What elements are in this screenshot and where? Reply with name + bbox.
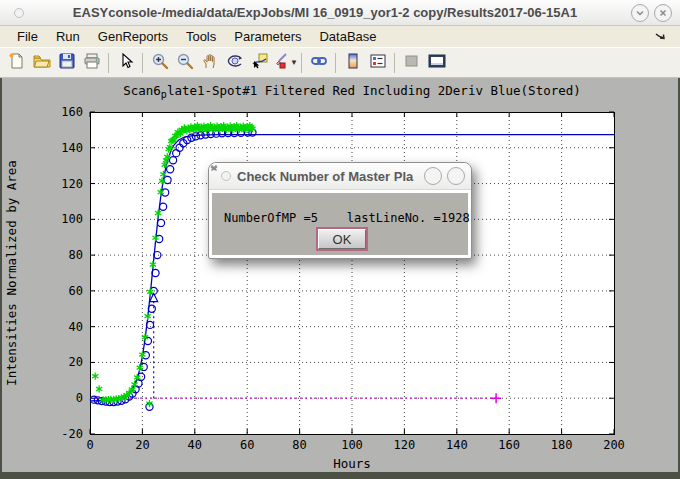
data-cursor-button[interactable] [247,50,272,75]
y-tick-label: 60 [69,284,83,298]
figure-area: 020406080100120140160180200-200204060801… [0,78,680,472]
x-tick-label: 20 [135,438,149,452]
data-cursor-icon [251,52,269,74]
x-tick-label: 200 [603,438,625,452]
y-tick-label: 120 [61,177,83,191]
menu-parameters[interactable]: Parameters [225,27,310,46]
dock-figure-button[interactable] [424,50,449,75]
minimize-button[interactable] [631,4,649,22]
edit-plot-button[interactable] [113,50,138,75]
new-figure-icon [8,52,26,74]
menu-run[interactable]: Run [47,27,89,46]
pan-hand-icon [201,52,219,74]
open-file-button[interactable] [29,50,54,75]
toolbar-separator [394,53,395,73]
legend-icon [369,52,387,74]
pan-button[interactable] [197,50,222,75]
y-tick-label: 160 [61,105,83,119]
colorbar-icon [344,52,362,74]
x-tick-label: 40 [188,438,202,452]
plot-canvas[interactable]: 020406080100120140160180200-200204060801… [2,78,678,472]
x-tick-label: 140 [446,438,468,452]
hide-plot-tools-icon [403,52,421,74]
close-icon [658,8,668,18]
x-tick-label: 100 [341,438,363,452]
zoom-out-icon [176,52,194,74]
check-master-plates-dialog: Check Number of Master Pla NumberOfMP =5… [208,162,472,259]
dialog-title: Check Number of Master Pla [237,169,419,184]
lastlineno-value: lastLineNo. =1928 [347,211,470,225]
save-icon [58,52,76,74]
y-tick-label: 140 [61,141,83,155]
y-tick-label: 100 [61,212,83,226]
zoom-in-icon [151,52,169,74]
print-button[interactable] [79,50,104,75]
ok-button[interactable]: OK [316,227,368,251]
new-figure-button[interactable] [4,50,29,75]
x-tick-label: 80 [292,438,306,452]
insert-legend-button[interactable] [365,50,390,75]
y-axis-label: Intensities Normalized by Area [4,160,19,386]
y-tick-label: 40 [69,320,83,334]
toolbar-separator [142,53,143,73]
insert-colorbar-button[interactable] [340,50,365,75]
zoom-out-button[interactable] [172,50,197,75]
dialog-titlebar[interactable]: Check Number of Master Pla [209,163,471,190]
open-file-icon [33,52,51,74]
close-button[interactable] [654,4,672,22]
window-title: EASYconsole-/media/data/ExpJobs/MI 16_09… [24,5,626,20]
edit-pointer-icon [117,52,135,74]
x-tick-label: 180 [551,438,573,452]
chevron-down-icon [635,8,645,18]
ok-button-label: OK [318,229,366,249]
zoom-in-button[interactable] [147,50,172,75]
y-tick-label: 80 [69,248,83,262]
dialog-minimize-button[interactable] [424,167,442,185]
app-window: EASYconsole-/media/data/ExpJobs/MI 16_09… [0,0,680,479]
figure-toolbar: ▼ [0,47,680,78]
dialog-menu-icon[interactable] [221,171,231,181]
y-tick-label: 0 [76,391,83,405]
link-plots-icon [310,52,328,74]
rotate-3d-icon [226,52,244,74]
window-titlebar[interactable]: EASYconsole-/media/data/ExpJobs/MI 16_09… [0,0,680,26]
toolbar-separator [301,53,302,73]
chart-title: Scan6plate1-Spot#1 Filtered Red Includin… [123,83,581,100]
x-axis-label: Hours [333,456,371,471]
x-tick-label: 160 [498,438,520,452]
window-resize-edge[interactable] [0,472,680,479]
numberofmp-value: NumberOfMP =5 [224,211,318,225]
dialog-close-button[interactable] [447,167,465,185]
link-plots-button[interactable] [306,50,331,75]
y-tick-label: 20 [69,355,83,369]
menu-file[interactable]: File [8,27,47,46]
x-tick-label: 0 [86,438,93,452]
brush-dropdown-caret[interactable]: ▼ [290,58,298,67]
menu-database[interactable]: DataBase [310,27,385,46]
toolbar-separator [335,53,336,73]
save-button[interactable] [54,50,79,75]
dialog-body: NumberOfMP =5 lastLineNo. =1928 OK [212,193,468,255]
y-tick-label: -20 [61,427,83,441]
x-tick-label: 60 [240,438,254,452]
brush-data-button[interactable]: ▼ [272,50,297,75]
dock-figure-icon [427,52,447,74]
dialog-message: NumberOfMP =5 lastLineNo. =1928 [224,211,470,225]
hide-plot-tools-button [399,50,424,75]
print-icon [83,52,101,74]
menu-tools[interactable]: Tools [177,27,225,46]
window-menu-icon[interactable] [14,8,24,18]
rotate-3d-button[interactable] [222,50,247,75]
brush-data-icon [271,52,289,74]
menubar: File Run GenReports Tools Parameters Dat… [0,26,680,47]
menu-genreports[interactable]: GenReports [89,27,177,46]
toolbar-separator [108,53,109,73]
x-tick-label: 120 [394,438,416,452]
message-gap [318,211,347,225]
arrow-down-right-icon[interactable] [649,29,672,44]
